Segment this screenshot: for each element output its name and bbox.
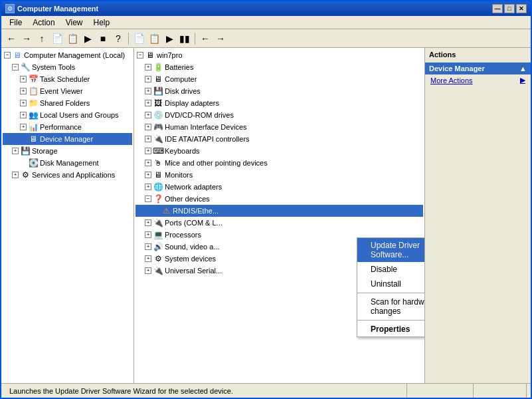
context-menu-update-driver[interactable]: Update Driver Software... (357, 238, 424, 262)
root-expand[interactable]: − (4, 52, 11, 59)
other-devices-expand[interactable]: − (145, 196, 151, 202)
toolbar-stop-button[interactable]: ■ (96, 31, 110, 46)
ports-label: Ports (COM & L... (165, 219, 222, 227)
hid-expand[interactable]: + (145, 124, 151, 130)
task-scheduler-icon: 📅 (28, 74, 39, 84)
device-disk-drives[interactable]: + 💾 Disk drives (135, 85, 423, 97)
toolbar-forward-button[interactable]: → (19, 31, 34, 46)
services-expand[interactable]: + (12, 172, 19, 178)
device-hid[interactable]: + 🎮 Human Interface Devices (135, 121, 423, 133)
toolbar-run-button[interactable]: ▶ (162, 31, 177, 46)
actions-more-actions-label: More Actions (430, 76, 473, 84)
ports-expand[interactable]: + (145, 219, 151, 226)
minimize-button[interactable]: — (492, 4, 503, 13)
context-menu-disable[interactable]: Disable (357, 262, 424, 277)
menu-action[interactable]: Action (27, 17, 60, 29)
actions-section-header-label: Device Manager (429, 65, 485, 72)
system-devices-icon: ⚙ (153, 253, 163, 264)
toolbar-show-button[interactable]: 📄 (50, 31, 64, 46)
network-adapters-expand[interactable]: + (145, 184, 151, 190)
status-text-panel: Launches the Update Driver Software Wiza… (5, 384, 407, 398)
disk-drives-expand[interactable]: + (145, 88, 151, 94)
context-menu-properties[interactable]: Properties (357, 322, 424, 336)
actions-section-collapse-icon[interactable]: ▲ (519, 65, 527, 72)
sound-video-expand[interactable]: + (145, 243, 151, 250)
device-computer[interactable]: + 🖥 Computer (135, 73, 423, 85)
tree-task-scheduler[interactable]: + 📅 Task Scheduler (3, 73, 132, 85)
tree-event-viewer[interactable]: + 📋 Event Viewer (3, 85, 132, 97)
menu-file[interactable]: File (4, 17, 27, 29)
actions-more-actions[interactable]: More Actions ▶ (425, 74, 531, 86)
toolbar-help-button[interactable]: ? (111, 31, 126, 46)
disk-management-icon: 💽 (28, 158, 39, 168)
batteries-expand[interactable]: + (145, 64, 151, 70)
device-batteries[interactable]: + 🔋 Batteries (135, 61, 423, 73)
event-viewer-label: Event Viewer (40, 87, 83, 95)
tree-shared-folders[interactable]: + 📁 Shared Folders (3, 97, 132, 109)
processors-expand[interactable]: + (145, 231, 151, 238)
toolbar-properties-button[interactable]: 📋 (65, 31, 80, 46)
toolbar-import-button[interactable]: 📋 (147, 31, 161, 46)
local-users-expand[interactable]: + (20, 112, 27, 118)
close-button[interactable]: ✕ (516, 4, 527, 13)
device-keyboards[interactable]: + ⌨ Keyboards (135, 145, 423, 157)
context-menu-uninstall[interactable]: Uninstall (357, 277, 424, 291)
storage-expand[interactable]: + (12, 148, 19, 154)
tree-performance[interactable]: + 📊 Performance (3, 121, 132, 133)
device-ports[interactable]: + 🔌 Ports (COM & L... (135, 217, 423, 229)
toolbar-separator-1 (128, 33, 129, 45)
toolbar-pause-button[interactable]: ▮▮ (177, 31, 192, 46)
ide-ata-expand[interactable]: + (145, 136, 151, 142)
performance-icon: 📊 (28, 122, 39, 132)
system-tools-expand[interactable]: − (12, 64, 19, 70)
status-bar: Launches the Update Driver Software Wiza… (1, 383, 531, 398)
device-ide-ata[interactable]: + 🔌 IDE ATA/ATAPI controllers (135, 133, 423, 145)
display-adapters-expand[interactable]: + (145, 100, 151, 106)
tree-disk-management[interactable]: 💽 Disk Management (3, 157, 132, 169)
toolbar-prev-button[interactable]: ← (198, 31, 213, 46)
event-viewer-expand[interactable]: + (20, 88, 27, 94)
local-users-label: Local Users and Groups (40, 111, 119, 119)
device-monitors[interactable]: + 🖥 Monitors (135, 169, 423, 181)
system-devices-expand[interactable]: + (145, 255, 151, 262)
computer-expand[interactable]: + (145, 76, 151, 82)
root-icon: 🖥 (12, 50, 23, 61)
device-tree-root[interactable]: − 🖥 win7pro (135, 49, 423, 61)
performance-expand[interactable]: + (20, 124, 27, 130)
monitors-expand[interactable]: + (145, 172, 151, 178)
ports-icon: 🔌 (153, 217, 163, 228)
mice-expand[interactable]: + (145, 160, 151, 166)
task-scheduler-expand[interactable]: + (20, 76, 27, 82)
device-other-devices[interactable]: − ❓ Other devices (135, 193, 423, 205)
toolbar-up-button[interactable]: ↑ (35, 31, 49, 46)
device-dvd-drives[interactable]: + 💿 DVD/CD-ROM drives (135, 109, 423, 121)
maximize-button[interactable]: □ (504, 4, 515, 13)
keyboards-expand[interactable]: + (145, 148, 151, 154)
toolbar-refresh-button[interactable]: ▶ (80, 31, 95, 46)
device-rndis[interactable]: ⚠ RNDIS/Ethe... (135, 205, 423, 217)
toolbar-next-button[interactable]: → (213, 31, 228, 46)
device-mice[interactable]: + 🖱 Mice and other pointing devices (135, 157, 423, 169)
universal-serial-expand[interactable]: + (145, 267, 151, 274)
tree-device-manager[interactable]: 🖥 Device Manager (3, 133, 132, 145)
shared-folders-expand[interactable]: + (20, 100, 27, 106)
tree-root[interactable]: − 🖥 Computer Management (Local) (3, 49, 132, 61)
toolbar-back-button[interactable]: ← (4, 31, 19, 46)
dvd-drives-expand[interactable]: + (145, 112, 151, 118)
menu-help[interactable]: Help (88, 17, 116, 29)
toolbar-export-button[interactable]: 📄 (132, 31, 146, 46)
tree-storage[interactable]: + 💾 Storage (3, 145, 132, 157)
context-menu-scan-hardware[interactable]: Scan for hardware changes (357, 295, 424, 319)
tree-services[interactable]: + ⚙ Services and Applications (3, 169, 132, 181)
device-display-adapters[interactable]: + 🖼 Display adapters (135, 97, 423, 109)
win7pro-expand[interactable]: − (137, 52, 143, 59)
title-buttons: — □ ✕ (492, 4, 527, 13)
network-adapters-icon: 🌐 (153, 182, 163, 192)
ide-ata-label: IDE ATA/ATAPI controllers (165, 135, 250, 143)
toolbar: ← → ↑ 📄 📋 ▶ ■ ? 📄 📋 ▶ ▮▮ ← → (1, 29, 531, 48)
tree-system-tools[interactable]: − 🔧 System Tools (3, 61, 132, 73)
tree-local-users[interactable]: + 👥 Local Users and Groups (3, 109, 132, 121)
menu-view[interactable]: View (60, 17, 88, 29)
batteries-icon: 🔋 (153, 62, 163, 72)
device-network-adapters[interactable]: + 🌐 Network adapters (135, 181, 423, 193)
